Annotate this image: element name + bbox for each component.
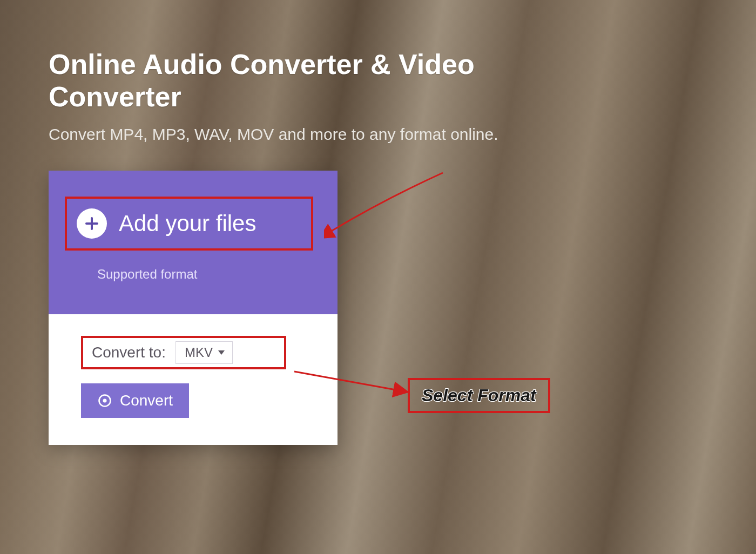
content-area: Online Audio Converter & Video Converter… bbox=[49, 49, 724, 445]
svg-point-3 bbox=[103, 398, 107, 402]
page-title: Online Audio Converter & Video Converter bbox=[49, 49, 491, 113]
add-files-label: Add your files bbox=[119, 211, 256, 237]
convert-icon bbox=[97, 393, 112, 408]
format-select-value: MKV bbox=[185, 345, 213, 360]
convert-button-label: Convert bbox=[120, 392, 173, 409]
add-files-button[interactable]: Add your files bbox=[65, 197, 313, 251]
convert-button[interactable]: Convert bbox=[81, 383, 189, 418]
page-background: Online Audio Converter & Video Converter… bbox=[0, 0, 756, 554]
select-format-callout: Select Format bbox=[408, 378, 550, 413]
chevron-down-icon bbox=[218, 350, 225, 355]
page-subtitle: Convert MP4, MP3, WAV, MOV and more to a… bbox=[49, 125, 724, 144]
supported-format-link[interactable]: Supported format bbox=[97, 267, 321, 282]
convert-section: Convert to: MKV Convert bbox=[49, 314, 338, 445]
plus-icon bbox=[77, 208, 107, 239]
converter-panel: Add your files Supported format Convert … bbox=[49, 171, 338, 445]
convert-to-row: Convert to: MKV bbox=[81, 336, 286, 369]
upload-section: Add your files Supported format bbox=[49, 171, 338, 314]
convert-to-label: Convert to: bbox=[92, 344, 166, 361]
format-select[interactable]: MKV bbox=[176, 341, 233, 364]
